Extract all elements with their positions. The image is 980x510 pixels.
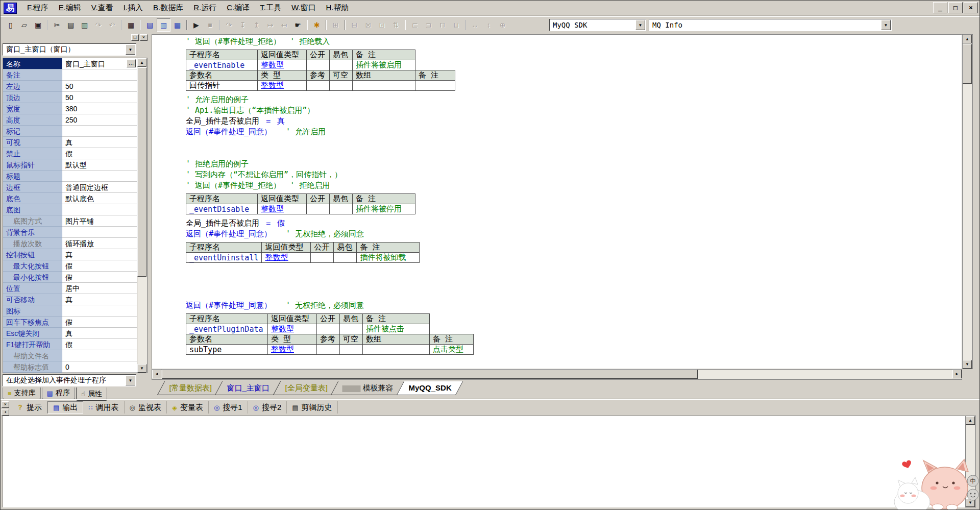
property-row[interactable]: 图标 … bbox=[3, 305, 137, 317]
editor-vertical-scrollbar[interactable]: ▲ ▼ bbox=[962, 34, 973, 369]
property-value[interactable]: 真… bbox=[62, 294, 137, 305]
module-combo[interactable]: MQ_Info ▼ bbox=[649, 19, 892, 31]
property-value[interactable]: 250… bbox=[62, 114, 137, 126]
menu-help[interactable]: H.帮助 bbox=[321, 1, 354, 15]
property-value[interactable]: 0… bbox=[62, 361, 137, 373]
pet-menu-badge[interactable] bbox=[967, 489, 978, 500]
property-row[interactable]: 最小化按钮 假… bbox=[3, 272, 137, 283]
remark-cell[interactable] bbox=[415, 81, 455, 91]
property-value[interactable]: 50… bbox=[62, 81, 137, 92]
menu-compile[interactable]: C.编译 bbox=[222, 1, 255, 15]
scrollbar-thumb[interactable] bbox=[963, 44, 972, 84]
subroutine-name-cell[interactable]: _eventEnable bbox=[186, 60, 258, 70]
remark-cell[interactable]: 插件将被停用 bbox=[353, 204, 415, 214]
property-row[interactable]: 名称 窗口_主窗口… bbox=[3, 58, 137, 69]
step-over-button[interactable]: ↷ bbox=[222, 18, 236, 32]
output-close-button[interactable]: × bbox=[2, 401, 9, 408]
property-value[interactable]: … bbox=[62, 171, 137, 182]
tab-main-window[interactable]: 窗口_主窗口 bbox=[215, 381, 281, 395]
layout-horizontal-button[interactable]: ▤ bbox=[143, 18, 157, 32]
project-combo[interactable]: MyQQ_SDK ▼ bbox=[549, 19, 646, 31]
open-button[interactable]: ▱ bbox=[17, 18, 31, 32]
nullable-cell[interactable] bbox=[340, 345, 363, 355]
property-value[interactable]: 真… bbox=[62, 137, 137, 148]
output-pin-button[interactable]: ▪ bbox=[2, 409, 9, 416]
event-handler-selector[interactable]: 在此处选择加入事件处理子程序 ▼ bbox=[3, 374, 136, 386]
menu-view[interactable]: V.查看 bbox=[86, 1, 118, 15]
delete-line-button[interactable]: ⊡ bbox=[375, 18, 389, 32]
ref-cell[interactable] bbox=[317, 345, 340, 355]
break-button[interactable]: ↤ bbox=[277, 18, 291, 32]
public-cell[interactable] bbox=[307, 60, 330, 70]
code-editor[interactable]: ' 返回（#事件处理_拒绝） ' 拒绝载入 子程序名 返回值类型 公开 易包 备… bbox=[152, 34, 962, 369]
property-row[interactable]: 回车下移焦点 假… bbox=[3, 317, 137, 328]
panel-close-button[interactable]: × bbox=[140, 34, 148, 41]
property-row[interactable]: 标记 … bbox=[3, 126, 137, 137]
chevron-down-icon[interactable]: ▼ bbox=[881, 20, 891, 30]
tab-template-compat[interactable]: 模板兼容 bbox=[331, 381, 405, 395]
remark-cell[interactable]: 点击类型 bbox=[430, 345, 474, 355]
swap-lines-button[interactable]: ⇅ bbox=[389, 18, 403, 32]
property-row[interactable]: 帮助标志值 0… bbox=[3, 361, 137, 373]
editor-horizontal-scrollbar[interactable]: ◄ ► bbox=[152, 369, 962, 380]
paste-button[interactable]: ▥ bbox=[78, 18, 91, 32]
cut-button[interactable]: ✂ bbox=[50, 18, 64, 32]
hook-wizard-button[interactable]: ✱ bbox=[310, 18, 324, 32]
scrollbar-thumb[interactable] bbox=[162, 370, 698, 379]
remark-cell[interactable]: 插件被点击 bbox=[363, 324, 430, 334]
tab-global-variables[interactable]: [全局变量表] bbox=[273, 381, 339, 395]
scroll-right-button[interactable]: ► bbox=[952, 370, 962, 378]
param-type-cell[interactable]: 整数型 bbox=[268, 345, 317, 355]
nullable-cell[interactable] bbox=[330, 81, 353, 91]
layout-split-button[interactable]: ▥ bbox=[157, 18, 170, 32]
menu-database[interactable]: B.数据库 bbox=[148, 1, 188, 15]
scroll-down-button[interactable]: ▼ bbox=[963, 360, 972, 369]
stop-button[interactable]: ■ bbox=[203, 18, 217, 32]
property-row[interactable]: 帮助文件名 … bbox=[3, 350, 137, 361]
component-selector[interactable]: 窗口_主窗口（窗口） ▼ bbox=[3, 43, 136, 56]
property-grid-scrollbar[interactable]: ▲ ▼ bbox=[137, 58, 148, 373]
tab-hint[interactable]: ？ 提示 bbox=[12, 401, 47, 414]
return-type-cell[interactable]: 整数型 bbox=[268, 324, 317, 334]
property-row[interactable]: 高度 250… bbox=[3, 114, 137, 126]
property-value[interactable]: 默认型… bbox=[62, 159, 137, 171]
close-button[interactable]: × bbox=[964, 2, 978, 13]
tab-search-1[interactable]: ◎ 搜寻1 bbox=[209, 401, 248, 414]
menu-window[interactable]: W.窗口 bbox=[286, 1, 321, 15]
property-value[interactable]: 真… bbox=[62, 249, 137, 260]
property-row[interactable]: 左边 50… bbox=[3, 81, 137, 92]
menu-insert[interactable]: I.插入 bbox=[118, 1, 148, 15]
tab-support-lib[interactable]: ≡ 支持库 bbox=[3, 387, 41, 399]
property-value[interactable]: 窗口_主窗口… bbox=[62, 58, 137, 69]
property-row[interactable]: 底图方式 图片平铺… bbox=[3, 215, 137, 227]
return-type-cell[interactable]: 整数型 bbox=[262, 253, 311, 263]
run-to-cursor-button[interactable]: ↦ bbox=[263, 18, 277, 32]
property-value[interactable]: 循环播放… bbox=[62, 238, 137, 249]
align-left-button[interactable]: ⊏ bbox=[408, 18, 422, 32]
public-cell[interactable] bbox=[317, 324, 340, 334]
ref-cell[interactable] bbox=[307, 81, 330, 91]
same-size-button[interactable]: ⊕ bbox=[496, 18, 509, 32]
property-row[interactable]: F1键打开帮助 假… bbox=[3, 339, 137, 350]
return-type-cell[interactable]: 整数型 bbox=[258, 204, 307, 214]
property-row[interactable]: 禁止 假… bbox=[3, 148, 137, 159]
panel-restore-button[interactable]: □ bbox=[131, 34, 139, 41]
subroutine-name-cell[interactable]: _eventDisable bbox=[186, 204, 258, 214]
property-row[interactable]: 备注 … bbox=[3, 69, 137, 81]
property-value[interactable]: 默认底色… bbox=[62, 193, 137, 204]
append-line-button[interactable]: ⊠ bbox=[361, 18, 375, 32]
tab-watch-table[interactable]: ◎ 监视表 bbox=[125, 401, 167, 414]
tab-constant-table[interactable]: [常量数据表] bbox=[157, 381, 224, 395]
property-value[interactable]: 图片平铺… bbox=[62, 215, 137, 227]
scrollbar-thumb[interactable] bbox=[137, 67, 146, 277]
same-width-button[interactable]: ↔ bbox=[468, 18, 482, 32]
tab-search-2[interactable]: ◎ 搜寻2 bbox=[248, 401, 287, 414]
property-row[interactable]: 最大化按钮 假… bbox=[3, 260, 137, 272]
restore-button[interactable]: □ bbox=[948, 2, 963, 13]
property-value[interactable]: 50… bbox=[62, 92, 137, 103]
public-cell[interactable] bbox=[311, 253, 334, 263]
property-row[interactable]: 顶边 50… bbox=[3, 92, 137, 103]
scroll-left-button[interactable]: ◄ bbox=[152, 370, 161, 378]
property-row[interactable]: 鼠标指针 默认型… bbox=[3, 159, 137, 171]
public-cell[interactable] bbox=[307, 204, 330, 214]
